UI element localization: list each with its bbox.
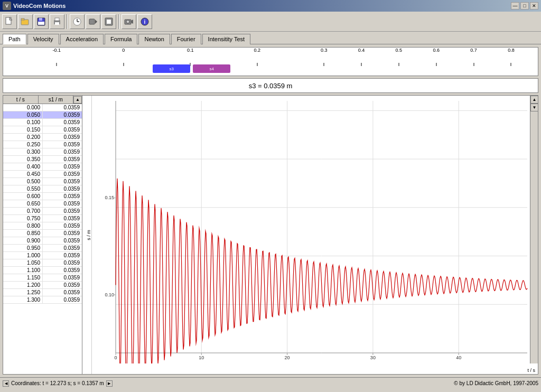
tab-newton[interactable]: Newton [138,34,170,44]
table-row[interactable]: 0.7000.0359 [3,208,82,215]
table-row[interactable]: 0.1000.0359 [3,119,82,126]
separator-2 [118,14,119,29]
ruler-label-08: 0.8 [508,48,515,53]
table-row[interactable]: 1.0000.0359 [3,252,82,259]
scroll-up-button[interactable]: ▲ [73,96,82,104]
svg-rect-9 [55,22,59,25]
svg-marker-14 [95,20,97,24]
table-row[interactable]: 0.3500.0359 [3,156,82,163]
title-bar: V VideoCom Motions — □ ✕ [0,0,541,12]
table-row[interactable]: 0.4500.0359 [3,171,82,178]
table-row[interactable]: 0.8000.0359 [3,222,82,230]
status-bar: ◀ Coordinates: t = 12.273 s; s = 0.1357 … [0,377,541,389]
clock-button[interactable] [70,14,85,29]
ruler-label-04: 0.4 [358,48,365,53]
svg-rect-16 [107,20,111,24]
save-button[interactable] [34,14,49,29]
ruler-label-07: 0.7 [470,48,477,53]
tabs: Path Velocity Acceleration Formula Newto… [0,32,541,44]
slider-s4[interactable]: s4 [193,64,230,73]
tab-fourier[interactable]: Fourier [171,34,201,44]
table-row[interactable]: 1.1500.0359 [3,274,82,282]
ruler-label-05: 0.5 [396,48,403,53]
table-row[interactable]: 0.6500.0359 [3,200,82,208]
maximize-button[interactable]: □ [520,2,529,10]
table-row[interactable]: 0.5500.0359 [3,185,82,193]
close-button[interactable]: ✕ [530,2,538,10]
tab-intensitity-test[interactable]: Intensitity Test [202,34,251,44]
table-row[interactable]: 0.1500.0359 [3,126,82,134]
scroll-down-v[interactable]: ▼ [530,104,538,111]
status-scroll-left[interactable]: ◀ [3,380,9,387]
svg-point-19 [126,20,129,23]
status-scroll-right[interactable]: ▶ [106,380,113,387]
print-button[interactable] [50,14,64,29]
tab-path[interactable]: Path [3,34,26,44]
value-display: s3 = 0.0359 m [3,78,538,93]
svg-rect-13 [89,19,95,24]
ruler-label-0: 0 [122,48,125,53]
record-button[interactable] [86,14,100,29]
minimize-button[interactable]: — [511,2,519,10]
chart-scrollbar-v[interactable]: ▲ ▼ [530,96,538,363]
window-controls: — □ ✕ [511,2,538,10]
svg-text:i: i [144,19,146,25]
toolbar: i [0,12,541,32]
info-button[interactable]: i [137,14,152,29]
table-row[interactable]: 0.9000.0359 [3,237,82,245]
open-button[interactable] [18,14,33,29]
table-row[interactable]: 0.8500.0359 [3,230,82,237]
chart-area: t / s ▲ ▼ [92,96,538,374]
tab-acceleration[interactable]: Acceleration [60,34,104,44]
table-body[interactable]: 0.0000.03590.0500.03590.1000.03590.1500.… [3,104,82,374]
tab-velocity[interactable]: Velocity [27,34,59,44]
copyright-text: © by LD Didactic GmbH, 1997-2005 [454,380,538,386]
separator-1 [67,14,68,29]
ruler-label-02: 0.2 [254,48,260,53]
table-row[interactable]: 0.4000.0359 [3,163,82,171]
y-axis-title: s / m [86,230,91,240]
x-axis-title: t / s [527,368,535,373]
table-row[interactable]: 0.5000.0359 [3,178,82,185]
svg-rect-3 [21,18,24,20]
table-row[interactable]: 0.9500.0359 [3,245,82,252]
svg-marker-18 [131,20,133,24]
main-content: -0.1 0 0.1 0.2 0.3 0.4 0.5 0.6 0.7 0.8 s [0,44,541,377]
table-row[interactable]: 1.0500.0359 [3,259,82,267]
coordinates-text: Coordinates: t = 12.273 s; s = 0.1357 m [11,380,104,386]
y-axis-label-area: s / m [82,96,92,374]
ruler-container: -0.1 0 0.1 0.2 0.3 0.4 0.5 0.6 0.7 0.8 s [3,47,538,76]
table-header: t / s s1 / m ▲ [3,96,82,104]
ruler-label-03: 0.3 [321,48,328,53]
table-row[interactable]: 0.0000.0359 [3,104,82,111]
svg-rect-8 [55,18,59,21]
table-row[interactable]: 1.2000.0359 [3,282,82,289]
col-s-header: s1 / m [39,96,74,104]
ruler-label-01: 0.1 [187,48,194,53]
table-row[interactable]: 0.3000.0359 [3,148,82,156]
data-area: t / s s1 / m ▲ 0.0000.03590.0500.03590.1… [3,95,538,375]
table-row[interactable]: 1.3000.0359 [3,296,82,304]
ruler-label-06: 0.6 [433,48,440,53]
ruler-label-n01: -0.1 [52,48,61,53]
window-title: VideoCom Motions [13,3,66,9]
col-t-header: t / s [3,96,39,104]
table-row[interactable]: 0.0500.0359 [3,111,82,119]
new-button[interactable] [2,14,17,29]
table-row[interactable]: 1.2500.0359 [3,289,82,296]
table-row[interactable]: 0.2000.0359 [3,134,82,141]
table-row[interactable]: 0.6000.0359 [3,193,82,200]
scroll-up-v[interactable]: ▲ [530,96,538,104]
svg-rect-5 [39,18,42,21]
app-icon: V [3,2,11,10]
slider-s3[interactable]: s3 [153,64,190,73]
table-row[interactable]: 0.7500.0359 [3,215,82,222]
chart-canvas [92,96,530,363]
table-row[interactable]: 1.1000.0359 [3,267,82,274]
data-table: t / s s1 / m ▲ 0.0000.03590.0500.03590.1… [3,96,82,374]
stop-button[interactable] [101,14,116,29]
tab-formula[interactable]: Formula [105,34,137,44]
svg-rect-6 [38,22,44,25]
table-row[interactable]: 0.2500.0359 [3,141,82,148]
camera-button[interactable] [122,14,136,29]
